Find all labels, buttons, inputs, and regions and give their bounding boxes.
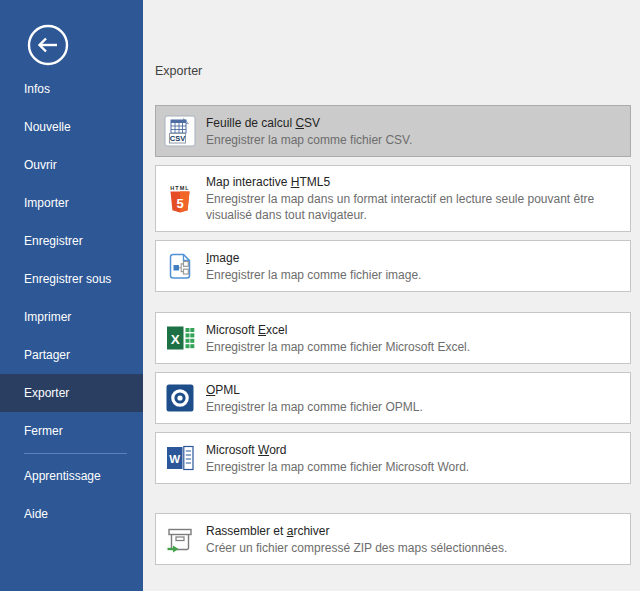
sidebar-item-importer[interactable]: Importer [0,184,143,222]
sidebar-item-infos[interactable]: Infos [0,70,143,108]
sidebar-item-label: Infos [24,82,50,96]
sidebar-item-label: Enregistrer [24,234,83,248]
backstage-sidebar: Infos Nouvelle Ouvrir Importer Enregistr… [0,0,143,591]
export-item-title: OPML [206,382,423,398]
export-item-description: Enregistrer la map dans un format intera… [206,191,620,223]
sidebar-divider [24,453,127,454]
sidebar-item-label: Partager [24,348,70,362]
sidebar-item-exporter[interactable]: Exporter [0,374,143,412]
export-item-word[interactable]: W Microsoft Word Enregistrer la map comm… [155,432,631,484]
svg-text:W: W [169,453,180,465]
export-item-title: Feuille de calcul CSV [206,115,412,131]
svg-text:CSV: CSV [170,134,185,143]
sidebar-item-partager[interactable]: Partager [0,336,143,374]
sidebar-item-enregistrer[interactable]: Enregistrer [0,222,143,260]
export-item-archive[interactable]: Rassembler et archiver Créer un fichier … [155,513,631,565]
sidebar-item-label: Exporter [24,386,69,400]
export-item-title: Rassembler et archiver [206,523,507,539]
microsoft-word-icon: W [164,442,196,474]
sidebar-item-nouvelle[interactable]: Nouvelle [0,108,143,146]
opml-icon [164,382,196,414]
export-item-title: Microsoft Word [206,442,469,458]
export-item-image[interactable]: Image Enregistrer la map comme fichier i… [155,240,631,292]
export-item-csv[interactable]: CSV Feuille de calcul CSV Enregistrer la… [155,105,631,157]
export-item-description: Enregistrer la map comme fichier OPML. [206,399,423,415]
export-item-description: Créer un fichier compressé ZIP des maps … [206,540,507,556]
export-item-title: Map interactive HTML5 [206,174,620,190]
html5-icon: HTML 5 [164,183,196,215]
archive-zip-icon [164,523,196,555]
export-panel: Exporter CSV Feuille de calcul [143,0,640,591]
sidebar-item-label: Importer [24,196,69,210]
sidebar-item-label: Ouvrir [24,158,57,172]
sidebar-item-label: Imprimer [24,310,71,324]
page-title: Exporter [155,64,202,78]
export-item-description: Enregistrer la map comme fichier Microso… [206,339,470,355]
export-options-list: CSV Feuille de calcul CSV Enregistrer la… [155,105,631,573]
sidebar-menu: Infos Nouvelle Ouvrir Importer Enregistr… [0,70,143,533]
export-item-description: Enregistrer la map comme fichier Microso… [206,459,469,475]
export-item-description: Enregistrer la map comme fichier CSV. [206,132,412,148]
export-item-title: Microsoft Excel [206,322,470,338]
sidebar-item-label: Enregistrer sous [24,272,111,286]
export-item-html5[interactable]: HTML 5 Map interactive HTML5 Enregistrer… [155,165,631,232]
sidebar-item-label: Apprentissage [24,469,101,483]
export-item-excel[interactable]: X Microsoft Excel Enregistrer la map com… [155,312,631,364]
sidebar-item-label: Fermer [24,424,63,438]
export-item-opml[interactable]: OPML Enregistrer la map comme fichier OP… [155,372,631,424]
back-arrow-icon [26,53,70,70]
sidebar-item-label: Nouvelle [24,120,71,134]
sidebar-item-ouvrir[interactable]: Ouvrir [0,146,143,184]
image-file-icon [164,250,196,282]
svg-text:5: 5 [176,195,183,210]
microsoft-excel-icon: X [164,322,196,354]
sidebar-item-enregistrer-sous[interactable]: Enregistrer sous [0,260,143,298]
back-button[interactable] [26,23,70,67]
sidebar-item-imprimer[interactable]: Imprimer [0,298,143,336]
svg-text:X: X [171,332,180,347]
svg-text:HTML: HTML [170,184,189,190]
sidebar-item-label: Aide [24,507,48,521]
sidebar-item-apprentissage[interactable]: Apprentissage [0,457,143,495]
export-item-title: Image [206,250,421,266]
sidebar-item-fermer[interactable]: Fermer [0,412,143,450]
csv-spreadsheet-icon: CSV [164,115,196,147]
sidebar-item-aide[interactable]: Aide [0,495,143,533]
export-item-description: Enregistrer la map comme fichier image. [206,267,421,283]
